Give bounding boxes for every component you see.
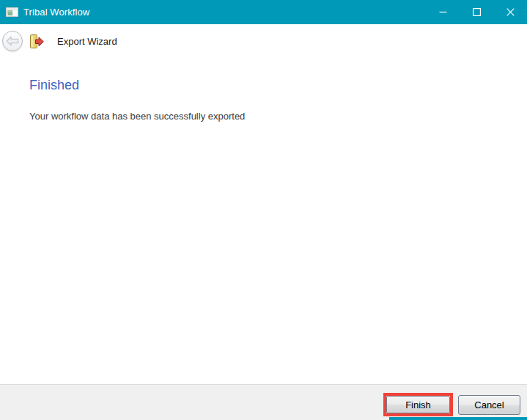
annotation-highlight: Finish <box>383 393 453 416</box>
window-title: Tribal Workflow <box>23 7 89 18</box>
close-button[interactable] <box>493 0 527 24</box>
maximize-button[interactable] <box>460 0 493 24</box>
minimize-icon <box>439 8 447 16</box>
app-window-icon <box>6 6 18 18</box>
status-message: Your workflow data has been successfully… <box>29 111 245 122</box>
background-window-edge <box>389 417 527 420</box>
wizard-title: Export Wizard <box>57 36 117 47</box>
titlebar: Tribal Workflow <box>0 0 527 24</box>
close-icon <box>506 8 515 16</box>
back-button[interactable] <box>2 31 23 51</box>
finish-button[interactable]: Finish <box>386 396 450 413</box>
page-title: Finished <box>29 78 79 93</box>
export-door-icon <box>28 34 45 51</box>
minimize-button[interactable] <box>426 0 460 24</box>
back-arrow-icon <box>6 36 19 46</box>
cancel-button[interactable]: Cancel <box>458 395 520 415</box>
caption-buttons <box>426 0 527 24</box>
maximize-icon <box>473 8 481 16</box>
wizard-header: Export Wizard <box>0 24 527 59</box>
